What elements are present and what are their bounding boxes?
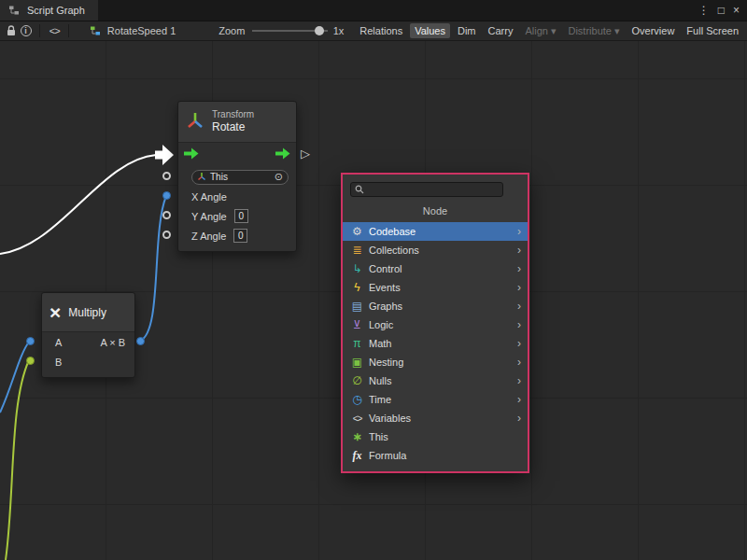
finder-item-formula[interactable]: fx Formula — [343, 446, 528, 465]
x-angle-label: X Angle — [191, 191, 227, 203]
tab-title: Script Graph — [27, 5, 85, 16]
input-b-label: B — [55, 357, 62, 368]
this-icon: ∗ — [350, 430, 364, 443]
port-y-angle[interactable] — [162, 211, 171, 219]
node-multiply-header[interactable]: × Multiply — [42, 293, 134, 332]
node-title: Multiply — [68, 306, 106, 319]
distribute-dropdown-button: Distribute ▾ — [563, 23, 624, 39]
graph-asset-icon — [87, 22, 104, 39]
graph-canvas[interactable]: Transform Rotate This — [0, 41, 747, 560]
chevron-right-icon: › — [517, 244, 521, 257]
node-transform-rotate-header[interactable]: Transform Rotate — [178, 102, 296, 143]
port-z-angle[interactable] — [162, 231, 171, 239]
flow-input-arrow-icon[interactable] — [184, 147, 199, 163]
overview-button[interactable]: Overview — [627, 23, 680, 38]
collapse-ports-button[interactable]: <> — [47, 22, 62, 39]
search-icon — [355, 181, 364, 198]
finder-item-label: Variables — [369, 413, 411, 424]
lightning-icon: ϟ — [350, 281, 364, 294]
finder-item-label: Formula — [369, 450, 406, 461]
finder-item-label: Collections — [369, 245, 419, 256]
wire-control-input[interactable] — [0, 155, 156, 254]
port-multiply-output[interactable] — [136, 337, 145, 345]
logic-icon: ⊻ — [350, 318, 364, 331]
finder-search-box[interactable] — [350, 182, 503, 197]
toolbar-divider — [39, 24, 40, 37]
node-search-input[interactable] — [368, 183, 500, 196]
finder-item-nulls[interactable]: ∅ Nulls › — [343, 371, 528, 390]
finder-item-logic[interactable]: ⊻ Logic › — [343, 315, 528, 334]
chevron-right-icon: › — [517, 412, 521, 425]
node-title: Rotate — [212, 120, 254, 134]
finder-item-label: Events — [369, 282, 401, 293]
finder-item-label: Codebase — [369, 226, 416, 237]
chevron-right-icon: › — [517, 300, 521, 313]
port-row-y-angle: Y Angle 0 — [178, 206, 296, 226]
chevron-right-icon: › — [517, 356, 521, 369]
next-flow-triangle-icon: ▷ — [301, 147, 310, 161]
port-multiply-b[interactable] — [26, 357, 35, 365]
z-angle-value-field[interactable]: 0 — [233, 229, 247, 243]
finder-item-math[interactable]: π Math › — [343, 334, 528, 353]
finder-item-label: This — [369, 431, 388, 442]
zoom-slider[interactable] — [252, 30, 327, 32]
wire-multiply-to-xangle[interactable] — [140, 196, 166, 341]
close-button[interactable]: × — [733, 4, 740, 17]
finder-item-nesting[interactable]: ▣ Nesting › — [343, 353, 528, 371]
finder-item-this[interactable]: ∗ This — [343, 427, 528, 446]
node-transform-rotate[interactable]: Transform Rotate This — [177, 101, 297, 252]
finder-item-label: Nesting — [369, 357, 403, 368]
this-label: This — [210, 172, 228, 182]
flow-output-arrow-icon[interactable] — [275, 147, 290, 163]
node-category-label: Transform — [212, 109, 254, 121]
lock-button[interactable] — [4, 22, 19, 39]
y-angle-label: Y Angle — [191, 211, 227, 222]
node-multiply[interactable]: × Multiply A A × B B — [41, 292, 135, 378]
angle-brackets-icon: <> — [350, 413, 364, 424]
finder-item-codebase[interactable]: ⚙ Codebase › — [343, 222, 528, 241]
formula-icon: fx — [350, 449, 364, 463]
align-dropdown-button: Align ▾ — [520, 23, 560, 39]
fuzzy-finder-popup: Node ⚙ Codebase › ≣ Collections › ↳ Cont… — [341, 173, 529, 473]
zoom-value: 1x — [333, 25, 345, 36]
values-button[interactable]: Values — [410, 23, 450, 38]
port-row-a: A A × B — [42, 332, 134, 352]
fullscreen-button[interactable]: Full Screen — [682, 23, 743, 38]
finder-item-collections[interactable]: ≣ Collections › — [343, 241, 528, 259]
wire-control-arrowhead — [155, 145, 174, 165]
port-row-x-angle: X Angle — [178, 187, 296, 206]
target-picker-icon[interactable]: ⊙ — [275, 171, 283, 183]
y-angle-value-field[interactable]: 0 — [234, 209, 248, 223]
finder-item-events[interactable]: ϟ Events › — [343, 278, 528, 297]
chevron-right-icon: › — [517, 393, 521, 406]
multiply-icon: × — [49, 301, 61, 324]
port-this[interactable] — [162, 172, 171, 180]
z-angle-label: Z Angle — [191, 231, 226, 242]
relations-button[interactable]: Relations — [355, 23, 407, 38]
chevron-right-icon: › — [517, 337, 521, 350]
this-target-dropdown[interactable]: This ⊙ — [191, 170, 289, 185]
port-x-angle[interactable] — [162, 191, 171, 200]
branch-icon: ↳ — [350, 262, 364, 275]
tab-script-graph[interactable]: Script Graph — [0, 0, 98, 21]
zoom-slider-handle[interactable] — [315, 26, 324, 35]
finder-item-control[interactable]: ↳ Control › — [343, 259, 528, 278]
info-button[interactable]: i — [19, 22, 34, 39]
maximize-button[interactable]: □ — [718, 4, 725, 17]
graph-breadcrumb[interactable]: RotateSpeed 1 — [87, 22, 176, 39]
folder-icon: ▤ — [350, 300, 364, 313]
dim-button[interactable]: Dim — [453, 23, 481, 38]
chevron-right-icon: › — [517, 318, 521, 331]
wire-into-multiply-a[interactable] — [0, 341, 30, 413]
port-row-this: This ⊙ — [178, 167, 296, 187]
chevron-right-icon: › — [517, 374, 521, 387]
transform-axes-icon — [186, 111, 204, 133]
carry-button[interactable]: Carry — [484, 23, 518, 38]
window-menu-button[interactable]: ⋮ — [698, 4, 710, 17]
finder-item-graphs[interactable]: ▤ Graphs › — [343, 297, 528, 315]
window-tab-bar: Script Graph ⋮ □ × — [0, 0, 747, 21]
port-multiply-a[interactable] — [26, 337, 35, 345]
finder-item-variables[interactable]: <> Variables › — [343, 409, 528, 427]
finder-item-time[interactable]: ◷ Time › — [343, 390, 528, 409]
finder-item-label: Graphs — [369, 301, 402, 312]
